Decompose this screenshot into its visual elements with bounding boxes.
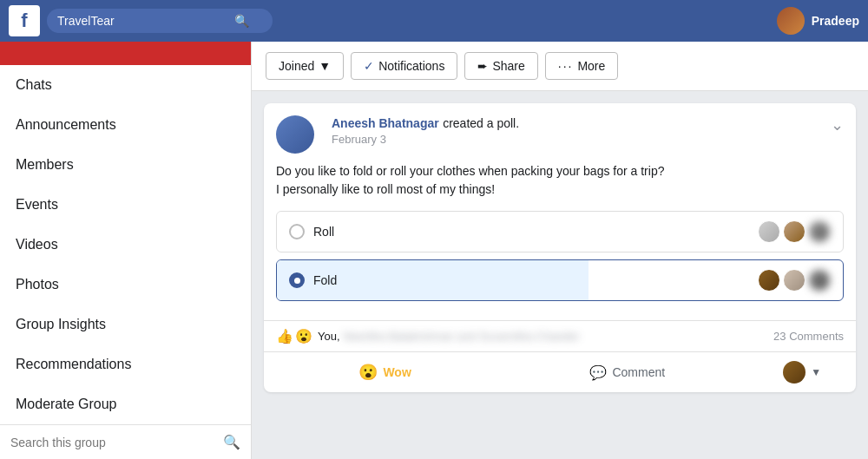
reactions-names: You, Neeritha Balakrishnan and Suvarnith… [318,330,773,343]
poll-voter-avatar [783,269,806,292]
joined-label: Joined [279,59,314,73]
comment-label: Comment [612,365,665,379]
sidebar-item-moderate-group[interactable]: Moderate Group [0,384,251,424]
comment-button[interactable]: 💬 Comment [506,352,748,392]
share-button[interactable]: ➨ Share [464,52,537,80]
poll-voter-avatar [758,220,780,243]
comment-icon: 💬 [589,364,607,381]
post-author-name: Aneesh Bhatnagar [332,116,439,130]
post-date: February 3 [332,133,519,146]
more-label: More [577,59,605,73]
post-text: Do you like to fold or roll your clothes… [276,162,844,199]
action-bar: Joined ▼ ✓ Notifications ➨ Share ··· Mor… [252,42,868,91]
share-icon: ➨ [477,59,488,73]
sidebar-group-header [0,42,251,65]
sidebar-item-photos[interactable]: Photos [0,265,251,305]
main-content: Joined ▼ ✓ Notifications ➨ Share ··· Mor… [252,42,868,459]
poll-option-roll[interactable]: Roll [276,211,844,252]
poll-option-fold[interactable]: Fold [276,259,844,301]
search-bar[interactable]: 🔍 [47,9,273,33]
wow-emoji: 😮 [295,328,312,344]
post-actions: 😮 Wow 💬 Comment ▼ [264,351,856,392]
navbar: f 🔍 Pradeep [0,0,868,42]
check-icon: ✓ [364,59,374,73]
share-avatar [783,361,806,384]
poll-label-fold: Fold [313,273,749,287]
sidebar-search-bar[interactable]: 🔍 [0,424,251,459]
like-emoji: 👍 [276,328,293,344]
sidebar-item-announcements[interactable]: Announcements [0,105,251,145]
reaction-icons: 👍 😮 [276,328,312,344]
sidebar-search-icon: 🔍 [223,434,240,450]
layout: Chats Announcements Members Events Video… [0,42,868,459]
sidebar-search-input[interactable] [10,436,216,449]
search-icon: 🔍 [234,14,249,28]
notifications-button[interactable]: ✓ Notifications [351,52,457,80]
poll-avatars-fold [758,269,831,292]
share-profile-button[interactable]: ▼ [748,352,856,392]
joined-button[interactable]: Joined ▼ [266,52,344,80]
facebook-logo: f [9,5,40,36]
poll-voter-avatar [808,220,831,243]
poll-voter-avatar [758,269,780,292]
sidebar: Chats Announcements Members Events Video… [0,42,252,459]
post-body: Do you like to fold or roll your clothes… [264,154,856,320]
post-meta: Aneesh Bhatnagar created a poll. Februar… [332,115,519,146]
sidebar-item-videos[interactable]: Videos [0,225,251,265]
chevron-down-icon[interactable]: ⌄ [831,115,844,134]
post-card: Aneesh Bhatnagar created a poll. Februar… [264,103,856,392]
poll-voter-avatar [783,220,806,243]
you-label: You, [318,330,340,343]
avatar [777,7,805,35]
share-label: Share [492,59,524,73]
more-button[interactable]: ··· More [545,52,619,80]
search-input[interactable] [57,14,231,28]
sidebar-nav: Chats Announcements Members Events Video… [0,65,251,424]
wow-reaction-icon: 😮 [358,363,378,382]
poll-radio-fold[interactable] [289,272,305,288]
sidebar-item-chats[interactable]: Chats [0,65,251,105]
reactions-bar: 👍 😮 You, Neeritha Balakrishnan and Suvar… [264,320,856,351]
sidebar-item-recommendations[interactable]: Recommendations [0,344,251,384]
sidebar-item-events[interactable]: Events [0,185,251,225]
notifications-label: Notifications [378,59,444,73]
wow-label: Wow [383,365,411,379]
poll-radio-roll[interactable] [289,224,305,239]
poll-avatars-roll [758,220,831,243]
poll-voter-avatar [808,269,831,292]
username-label: Pradeep [812,14,859,28]
post-author-avatar [276,115,314,154]
sidebar-item-members[interactable]: Members [0,145,251,185]
chevron-down-icon: ▼ [811,366,821,378]
wow-button[interactable]: 😮 Wow [264,352,506,392]
post-header: Aneesh Bhatnagar created a poll. Februar… [264,103,856,154]
chevron-down-icon: ▼ [319,59,331,73]
comments-count[interactable]: 23 Comments [773,330,844,343]
dots-icon: ··· [558,59,574,73]
poll-label-roll: Roll [313,225,749,239]
sidebar-item-group-insights[interactable]: Group Insights [0,305,251,344]
post-action-description: created a poll. [443,116,519,130]
navbar-right: Pradeep [777,7,859,35]
